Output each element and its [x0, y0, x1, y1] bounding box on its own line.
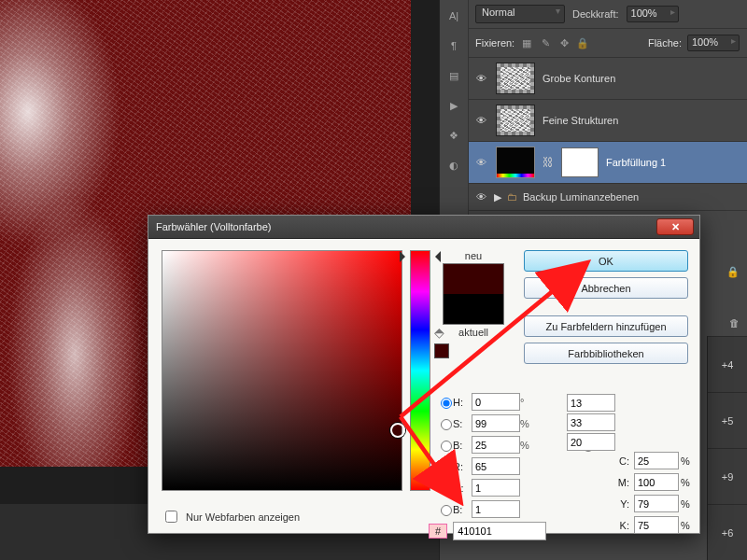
- visibility-icon[interactable]: 👁: [473, 191, 488, 203]
- unit-pct: %: [681, 477, 696, 488]
- label-g: G:: [453, 483, 470, 494]
- type-icon[interactable]: A|: [445, 7, 462, 24]
- field-alab[interactable]: [567, 413, 615, 431]
- new-label: neu: [440, 250, 507, 261]
- label-k: K:: [613, 520, 632, 531]
- color-picker-dialog: Farbwähler (Volltonfarbe) ✕ neu aktuell …: [148, 215, 700, 534]
- layer-thumb[interactable]: [496, 105, 535, 136]
- layer-name[interactable]: Feine Strukturen: [543, 115, 741, 126]
- label-h: H:: [453, 397, 470, 408]
- sv-cursor[interactable]: [390, 423, 405, 438]
- swatches-icon[interactable]: ❖: [445, 127, 462, 144]
- label-bcol: B:: [453, 504, 470, 515]
- unit-pct: %: [681, 520, 696, 531]
- blend-mode-dropdown[interactable]: Normal: [475, 5, 565, 23]
- field-c[interactable]: [634, 452, 679, 469]
- radio-g[interactable]: [441, 483, 452, 495]
- current-color-swatch[interactable]: [444, 294, 503, 324]
- new-color-swatch[interactable]: [444, 264, 503, 294]
- field-h[interactable]: [472, 393, 520, 411]
- add-swatch-button[interactable]: Zu Farbfeldern hinzufügen: [524, 315, 688, 337]
- color-libraries-button[interactable]: Farbbibliotheken: [524, 343, 688, 364]
- field-g[interactable]: [472, 479, 520, 497]
- color-swatch-pair: [443, 263, 504, 325]
- label-bhsb: B:: [453, 440, 470, 451]
- layer-row-selected[interactable]: 👁 ⛓ Farbfüllung 1: [468, 142, 747, 184]
- layer-group-row[interactable]: 👁 ▶ 🗀 Backup Luminanzebenen: [468, 184, 747, 211]
- adjust-icon[interactable]: ◐: [445, 157, 462, 174]
- layer-name[interactable]: Farbfüllung 1: [606, 157, 741, 168]
- close-button[interactable]: ✕: [656, 218, 694, 235]
- folder-icon: 🗀: [507, 191, 517, 203]
- opacity-label: Deckkraft:: [572, 8, 619, 20]
- lock-label: Fixieren:: [475, 37, 514, 49]
- disclosure-icon[interactable]: ▶: [494, 191, 501, 203]
- field-y[interactable]: [634, 495, 679, 512]
- layer-name[interactable]: Grobe Konturen: [543, 73, 741, 84]
- strip-cell[interactable]: +6: [708, 504, 747, 560]
- field-l[interactable]: [567, 394, 615, 412]
- label-c: C:: [613, 455, 632, 467]
- lock-trans-icon[interactable]: ▦: [520, 36, 533, 49]
- lock-move-icon[interactable]: ✥: [557, 36, 571, 49]
- current-label: aktuell: [440, 327, 507, 338]
- field-bhsb[interactable]: [472, 436, 520, 454]
- strip-cell[interactable]: +5: [708, 392, 747, 448]
- dialog-titlebar[interactable]: Farbwähler (Volltonfarbe) ✕: [148, 216, 699, 239]
- lock-all-icon[interactable]: 🔒: [576, 36, 589, 49]
- field-r[interactable]: [472, 457, 520, 475]
- layer-row[interactable]: 👁 Grobe Konturen: [468, 58, 747, 100]
- play-icon[interactable]: ▶: [445, 97, 462, 114]
- strip-cell[interactable]: +4: [708, 336, 747, 392]
- layer-name[interactable]: Backup Luminanzebenen: [523, 191, 741, 203]
- lock-icon[interactable]: 🔒: [726, 266, 740, 278]
- cmyk-grid: C: % M: % Y: % K: %: [613, 452, 696, 534]
- web-colors-checkbox[interactable]: [165, 511, 177, 523]
- visibility-icon[interactable]: 👁: [473, 157, 488, 168]
- radio-s[interactable]: [441, 419, 452, 430]
- radio-bcol[interactable]: [441, 505, 452, 516]
- fill-label: Fläche:: [648, 37, 682, 49]
- unit-pct: %: [681, 455, 696, 467]
- visibility-icon[interactable]: 👁: [473, 115, 488, 126]
- unit-pct: %: [520, 418, 537, 429]
- strip-cell[interactable]: +9: [708, 448, 747, 504]
- label-r: R:: [453, 461, 470, 472]
- unit-pct: %: [520, 440, 537, 451]
- gamut-swatch[interactable]: [434, 343, 449, 358]
- trash-icon[interactable]: 🗑: [729, 317, 740, 329]
- opacity-field[interactable]: 100%: [627, 6, 679, 22]
- fill-field[interactable]: 100%: [687, 35, 740, 51]
- fill-layer-thumb[interactable]: [496, 147, 535, 178]
- radio-h[interactable]: [441, 398, 452, 409]
- unit-deg: °: [520, 397, 537, 408]
- layer-thumb[interactable]: [496, 63, 535, 94]
- sv-color-field[interactable]: [162, 250, 402, 491]
- note-icon[interactable]: ▤: [445, 67, 462, 84]
- hue-slider-thumb[interactable]: [405, 251, 435, 262]
- link-icon[interactable]: ⛓: [543, 156, 554, 169]
- radio-r[interactable]: [441, 462, 452, 473]
- panel-tab-strip: A| ¶ ▤ ▶ ❖ ◐: [440, 0, 469, 231]
- dialog-title: Farbwähler (Volltonfarbe): [156, 221, 272, 232]
- layer-row[interactable]: 👁 Feine Strukturen: [468, 100, 747, 142]
- layers-list: 👁 Grobe Konturen 👁 Feine Strukturen 👁 ⛓ …: [468, 58, 747, 211]
- ok-button[interactable]: OK: [524, 250, 688, 272]
- paragraph-icon[interactable]: ¶: [445, 37, 462, 54]
- layer-mask-thumb[interactable]: [561, 147, 599, 177]
- gamut-warning-icon[interactable]: ⬘: [434, 325, 444, 340]
- field-k[interactable]: [634, 516, 679, 534]
- hex-hash-label: #: [429, 524, 447, 539]
- radio-b[interactable]: [441, 441, 452, 452]
- field-bcol[interactable]: [472, 500, 520, 518]
- visibility-icon[interactable]: 👁: [473, 73, 488, 84]
- field-s[interactable]: [472, 414, 520, 432]
- hex-field[interactable]: [453, 522, 546, 540]
- cancel-button[interactable]: Abbrechen: [524, 277, 688, 299]
- field-m[interactable]: [634, 473, 679, 491]
- history-snapshot-strip: +4 +5 +9 +6: [707, 336, 747, 560]
- lock-paint-icon[interactable]: ✎: [539, 36, 552, 49]
- field-blab[interactable]: [567, 433, 615, 451]
- close-icon: ✕: [671, 221, 680, 233]
- hue-slider[interactable]: [410, 250, 430, 491]
